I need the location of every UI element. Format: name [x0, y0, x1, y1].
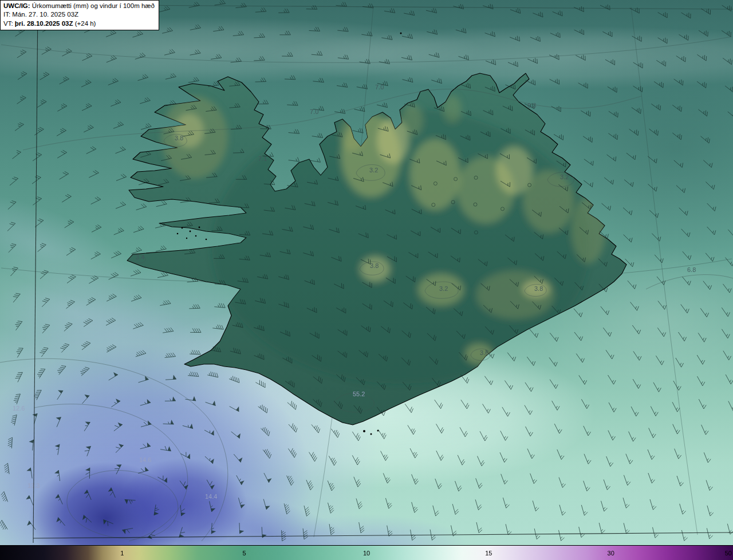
contour-label: 3.6	[480, 349, 488, 356]
colorbar-tick-label: 1	[120, 550, 124, 557]
contour-label: 55.2	[353, 391, 365, 397]
contour-label: 7.1	[258, 155, 267, 162]
contour-label: 12.6	[13, 405, 25, 412]
contour-label: 7.0	[310, 108, 318, 115]
valid-suffix: (+24 h)	[75, 20, 96, 27]
weather-map: 7.06.37.03.87.13.23.23.43.86.83.23.83.65…	[0, 0, 733, 545]
contour-label: 6.3	[527, 102, 536, 109]
valid-time: þri. 28.10.2025 03Z	[15, 20, 73, 27]
contour-label: 3.8	[175, 135, 183, 141]
contour-label: 7.0	[375, 84, 384, 90]
contour-label: 3.8	[370, 262, 379, 269]
colorbar-tick-label: 10	[363, 550, 370, 557]
product-title: Úrkomumætti (mm) og vindur í 100m hæð	[32, 2, 155, 9]
colorbar-tick-label: 30	[608, 550, 614, 557]
init-time-line: IT: Mán. 27. 10. 2025 03Z	[3, 10, 155, 19]
valid-label: VT:	[3, 20, 13, 27]
contour-label: 3.2	[439, 285, 448, 292]
contour-label: 14.4	[205, 493, 217, 500]
precipitation-colorbar: 1510153050	[0, 545, 733, 560]
weather-map-stage: 7.06.37.03.87.13.23.23.43.86.83.23.83.65…	[0, 0, 733, 560]
colorbar-tick-label: 15	[485, 550, 492, 557]
model-label: UWC/IG:	[3, 2, 30, 9]
colorbar-tick-label: 5	[243, 550, 246, 557]
contour-label: 3.2	[369, 167, 378, 173]
contour-label: 14.6	[139, 456, 151, 463]
contour-label: 3.4	[136, 254, 144, 261]
title-box: UWC/IG: Úrkomumætti (mm) og vindur í 100…	[0, 0, 159, 30]
title-line: UWC/IG: Úrkomumætti (mm) og vindur í 100…	[3, 2, 155, 10]
valid-time-line: VT: þri. 28.10.2025 03Z (+24 h)	[3, 19, 155, 28]
colorbar-tick-label: 50	[725, 550, 732, 557]
contour-label: 3.2	[560, 173, 569, 180]
contour-label: 6.8	[687, 266, 696, 273]
contour-label: 3.8	[534, 285, 543, 292]
